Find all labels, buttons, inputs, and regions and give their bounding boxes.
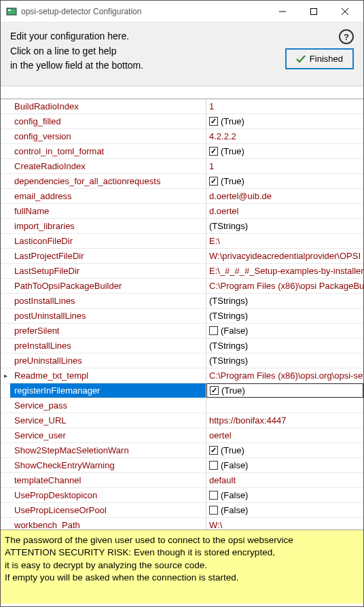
config-row[interactable]: registerInFilemanager(True) xyxy=(1,383,363,398)
maximize-button[interactable] xyxy=(298,1,329,22)
config-value[interactable]: (True) xyxy=(206,144,363,158)
config-key[interactable]: preUninstallLines xyxy=(10,353,206,368)
config-row[interactable]: dependencies_for_all_actionrequests(True… xyxy=(1,174,363,189)
checkbox-icon[interactable] xyxy=(209,446,218,455)
help-icon[interactable]: ? xyxy=(339,29,354,44)
config-row[interactable]: config_version4.2.2.2 xyxy=(1,129,363,144)
config-key[interactable]: Service_URL xyxy=(10,413,206,428)
config-value[interactable]: W:\privacyideacredentialprovider\OPSI xyxy=(206,249,363,263)
config-value[interactable]: (TStrings) xyxy=(206,219,363,233)
config-row[interactable]: ▸Readme_txt_templC:\Program Files (x86)\… xyxy=(1,368,363,383)
config-key[interactable]: Readme_txt_templ xyxy=(10,368,206,383)
config-value[interactable]: (TStrings) xyxy=(206,353,363,368)
config-key[interactable]: ShowCheckEntryWarning xyxy=(10,458,206,472)
config-row[interactable]: import_libraries(TStrings) xyxy=(1,219,363,234)
checkbox-icon[interactable] xyxy=(209,461,218,470)
config-row[interactable]: preInstallLines(TStrings) xyxy=(1,339,363,353)
config-value[interactable]: https://bonifax:4447 xyxy=(206,413,363,428)
config-key[interactable]: import_libraries xyxy=(10,219,206,233)
checkbox-icon[interactable] xyxy=(209,147,218,156)
config-key[interactable]: config_filled xyxy=(10,114,206,128)
checkbox-icon[interactable] xyxy=(209,506,218,515)
config-key[interactable]: Show2StepMacSeletionWarn xyxy=(10,443,206,457)
config-key[interactable]: LastSetupFileDir xyxy=(10,264,206,278)
config-key[interactable]: PathToOpsiPackageBuilder xyxy=(10,279,206,293)
config-value[interactable]: 1 xyxy=(206,159,363,173)
config-value[interactable]: d.oertel xyxy=(206,204,363,218)
config-row[interactable]: Service_URLhttps://bonifax:4447 xyxy=(1,413,363,428)
config-row[interactable]: PathToOpsiPackageBuilderC:\Program Files… xyxy=(1,279,363,294)
config-row[interactable]: email_addressd.oertel@uib.de xyxy=(1,189,363,204)
config-key[interactable]: fullName xyxy=(10,204,206,218)
config-value[interactable]: default xyxy=(206,473,363,487)
config-row[interactable]: preferSilent(False) xyxy=(1,324,363,339)
config-value[interactable]: (True) xyxy=(206,383,363,398)
config-row[interactable]: Show2StepMacSeletionWarn(True) xyxy=(1,443,363,458)
config-value[interactable]: C:\Program Files (x86)\opsi PackageBuil xyxy=(206,279,363,293)
config-row[interactable]: preUninstallLines(TStrings) xyxy=(1,353,363,368)
config-key[interactable]: config_version xyxy=(10,129,206,143)
config-key[interactable]: registerInFilemanager xyxy=(10,383,206,398)
config-row[interactable]: control_in_toml_format(True) xyxy=(1,144,363,159)
config-row[interactable]: workbench_PathW:\ xyxy=(1,518,363,530)
checkbox-icon[interactable] xyxy=(209,491,218,500)
config-value[interactable]: (TStrings) xyxy=(206,309,363,323)
config-key[interactable]: preInstallLines xyxy=(10,339,206,353)
config-row[interactable]: UsePropLicenseOrPool(False) xyxy=(1,503,363,518)
config-row[interactable]: CreateRadioIndex1 xyxy=(1,159,363,174)
config-value[interactable]: (False) xyxy=(206,458,363,472)
config-key[interactable]: preferSilent xyxy=(10,324,206,338)
config-row[interactable]: LastSetupFileDirE:\_#_#_#_Setup-examples… xyxy=(1,264,363,279)
checkbox-icon[interactable] xyxy=(209,326,218,335)
config-value[interactable]: W:\ xyxy=(206,518,363,530)
config-key[interactable]: workbench_Path xyxy=(10,518,206,530)
config-row[interactable]: postInstallLines(TStrings) xyxy=(1,294,363,309)
config-key[interactable]: Service_user xyxy=(10,428,206,443)
finished-button[interactable]: Finished xyxy=(285,48,354,69)
config-value[interactable]: oertel xyxy=(206,428,363,443)
config-key[interactable]: BuildRadioIndex xyxy=(10,99,206,114)
close-button[interactable] xyxy=(329,1,361,22)
config-value[interactable]: 1 xyxy=(206,99,363,114)
config-row[interactable]: BuildRadioIndex1 xyxy=(1,99,363,114)
config-value[interactable]: (TStrings) xyxy=(206,339,363,353)
config-row[interactable]: UsePropDesktopicon(False) xyxy=(1,488,363,503)
config-row[interactable]: LasticonFileDirE:\ xyxy=(1,234,363,249)
config-row[interactable]: templateChanneldefault xyxy=(1,473,363,488)
config-value[interactable] xyxy=(206,398,363,413)
config-value[interactable]: 4.2.2.2 xyxy=(206,129,363,143)
config-row[interactable]: LastProjectFileDirW:\privacyideacredenti… xyxy=(1,249,363,264)
config-value[interactable]: (True) xyxy=(206,174,363,188)
config-key[interactable]: Service_pass xyxy=(10,398,206,413)
config-row[interactable]: postUninstallLines(TStrings) xyxy=(1,309,363,324)
config-key[interactable]: LasticonFileDir xyxy=(10,234,206,248)
config-value[interactable]: E:\ xyxy=(206,234,363,248)
titlebar[interactable]: opsi-setup-detector Configuration xyxy=(1,1,363,22)
checkbox-icon[interactable] xyxy=(210,386,219,395)
config-row[interactable]: Service_useroertel xyxy=(1,428,363,443)
config-key[interactable]: email_address xyxy=(10,189,206,203)
minimize-button[interactable] xyxy=(267,1,298,22)
config-key[interactable]: CreateRadioIndex xyxy=(10,159,206,173)
config-value[interactable]: (True) xyxy=(206,443,363,457)
config-row[interactable]: Service_pass xyxy=(1,398,363,413)
config-key[interactable]: LastProjectFileDir xyxy=(10,249,206,263)
config-key[interactable]: UsePropLicenseOrPool xyxy=(10,503,206,517)
config-row[interactable]: config_filled(True) xyxy=(1,114,363,129)
config-value[interactable]: (TStrings) xyxy=(206,294,363,308)
config-value[interactable]: d.oertel@uib.de xyxy=(206,189,363,203)
checkbox-icon[interactable] xyxy=(209,117,218,126)
config-row[interactable]: ShowCheckEntryWarning(False) xyxy=(1,458,363,473)
config-value[interactable]: (False) xyxy=(206,324,363,338)
config-row[interactable]: fullNamed.oertel xyxy=(1,204,363,219)
config-key[interactable]: UsePropDesktopicon xyxy=(10,488,206,502)
config-value[interactable]: (False) xyxy=(206,488,363,502)
config-key[interactable]: templateChannel xyxy=(10,473,206,487)
config-value[interactable]: E:\_#_#_#_Setup-examples-by-installer xyxy=(206,264,363,278)
config-value[interactable]: (False) xyxy=(206,503,363,517)
config-value[interactable]: C:\Program Files (x86)\opsi.org\opsi-set xyxy=(206,368,363,383)
checkbox-icon[interactable] xyxy=(209,177,218,186)
config-key[interactable]: postUninstallLines xyxy=(10,309,206,323)
config-key[interactable]: control_in_toml_format xyxy=(10,144,206,158)
config-value[interactable]: (True) xyxy=(206,114,363,128)
